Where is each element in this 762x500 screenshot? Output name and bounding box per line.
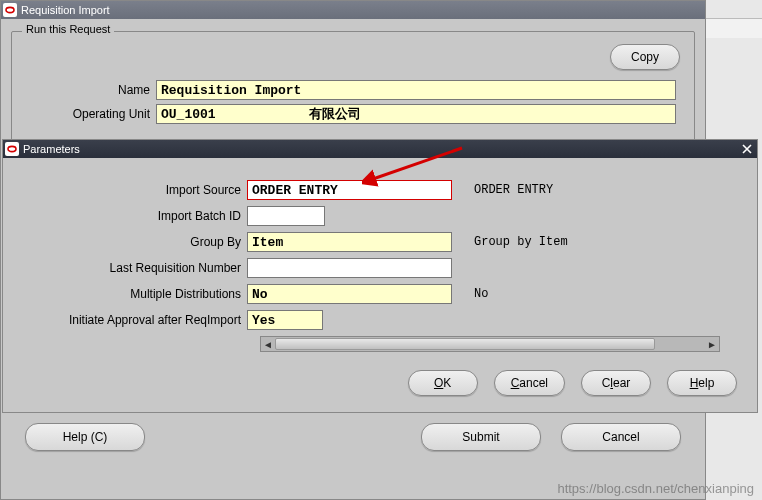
cancel-button[interactable]: Cancel — [494, 370, 565, 396]
init-approval-field[interactable] — [247, 310, 323, 330]
titlebar: Requisition Import — [1, 1, 705, 19]
submit-button[interactable]: Submit — [421, 423, 541, 451]
title-text: Requisition Import — [21, 4, 110, 16]
cancel-button[interactable]: Cancel — [561, 423, 681, 451]
import-batch-field[interactable] — [247, 206, 325, 226]
import-source-label: Import Source — [15, 183, 247, 197]
scroll-left-icon[interactable]: ◄ — [261, 337, 275, 351]
multi-dist-desc: No — [474, 287, 488, 301]
svg-point-1 — [8, 146, 16, 151]
background-strip — [706, 18, 762, 38]
titlebar: Parameters — [3, 140, 757, 158]
scroll-right-icon[interactable]: ► — [705, 337, 719, 351]
horizontal-scrollbar[interactable]: ◄ ► — [260, 336, 720, 352]
title-decoration — [86, 144, 733, 154]
help-button[interactable]: Help (C) — [25, 423, 145, 451]
operating-unit-field[interactable] — [156, 104, 676, 124]
ou-label: Operating Unit — [26, 107, 156, 121]
title-decoration — [116, 5, 697, 15]
scrollbar-thumb[interactable] — [275, 338, 655, 350]
svg-point-0 — [6, 7, 14, 12]
multi-dist-label: Multiple Distributions — [15, 287, 247, 301]
import-source-field[interactable] — [247, 180, 452, 200]
import-source-desc: ORDER ENTRY — [474, 183, 553, 197]
copy-button[interactable]: Copy — [610, 44, 680, 70]
dialog-body: Import Source ORDER ENTRY Import Batch I… — [3, 158, 757, 412]
import-batch-label: Import Batch ID — [15, 209, 247, 223]
help-button[interactable]: Help — [667, 370, 737, 396]
title-text: Parameters — [23, 143, 80, 155]
group-by-desc: Group by Item — [474, 235, 568, 249]
oracle-icon — [3, 3, 17, 17]
watermark: https://blog.csdn.net/chenxianping — [557, 481, 754, 496]
clear-button[interactable]: Clear — [581, 370, 651, 396]
multi-dist-field[interactable] — [247, 284, 452, 304]
oracle-icon — [5, 142, 19, 156]
init-approval-label: Initiate Approval after ReqImport — [15, 313, 247, 327]
group-by-label: Group By — [15, 235, 247, 249]
group-legend: Run this Request — [22, 23, 114, 35]
name-label: Name — [26, 83, 156, 97]
last-req-field[interactable] — [247, 258, 452, 278]
group-by-field[interactable] — [247, 232, 452, 252]
parameters-dialog: Parameters Import Source ORDER ENTRY Imp… — [2, 139, 758, 413]
ok-button[interactable]: OK — [408, 370, 478, 396]
last-req-label: Last Requisition Number — [15, 261, 247, 275]
close-icon[interactable] — [739, 142, 755, 156]
name-field[interactable] — [156, 80, 676, 100]
